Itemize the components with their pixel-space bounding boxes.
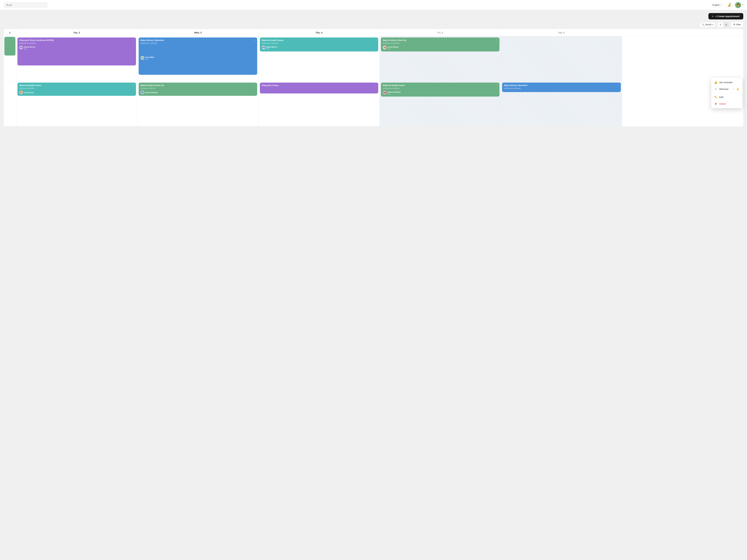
- search-input[interactable]: [4, 2, 47, 8]
- appointment-card-baby-delivery[interactable]: ⋮ Baby Delivery Operation 10:00 am to 10…: [139, 37, 257, 75]
- appointment-card-baby-position[interactable]: ⋮ Baby Position Check Up 10:00 am to 10.…: [381, 37, 499, 51]
- context-menu-edit[interactable]: ✏️ Edit: [711, 94, 742, 101]
- card-menu-icon[interactable]: ⋮: [375, 84, 377, 87]
- edit-label: Edit: [719, 96, 723, 99]
- avatar: FM: [140, 56, 144, 60]
- cal-cell-col3-row2: ⋮ Baby Position Check Up 2:00 pm to 3:30…: [137, 81, 259, 127]
- cal-cell-col3-row1: ⋮ Baby Delivery Operation 10:00 am to 10…: [137, 36, 259, 81]
- edit-icon: ✏️: [714, 96, 717, 99]
- patient-age: 32 y: [24, 48, 35, 50]
- context-menu-set-reminder[interactable]: 🔔 Set reminder: [711, 79, 742, 86]
- patient-age: 21 y: [387, 93, 401, 95]
- col-header-1: 1: [4, 29, 16, 36]
- list-icon: ☰: [720, 24, 721, 26]
- filter-button[interactable]: ⚗ Filter: [731, 22, 743, 27]
- patient-name: Floyd Miles: [145, 56, 155, 58]
- card-menu-icon[interactable]: ⋮: [132, 39, 135, 42]
- language-selector[interactable]: English ▾: [710, 3, 724, 7]
- card-title: Polycystic Ovary Syndrome (PCOS): [19, 39, 134, 42]
- card-title: Maternal Health Issues: [262, 39, 377, 42]
- card-menu-icon[interactable]: ⋮: [496, 84, 498, 87]
- card-menu-icon[interactable]: ⋮: [375, 39, 377, 42]
- notification-button[interactable]: 🔔: [726, 2, 732, 8]
- card-menu-icon[interactable]: ⋮: [254, 84, 256, 87]
- avatar: AM: [19, 46, 23, 50]
- card-menu-icon[interactable]: ⋮: [12, 38, 14, 41]
- month-label: Month: [705, 23, 712, 26]
- month-selector[interactable]: 🔍 Month ▾: [699, 22, 716, 27]
- user-avatar-button[interactable]: 👩 ▾: [735, 2, 743, 8]
- calendar-header: 1 Tue, 2 Wed, 3 Thu, 4 Fri, 5 Sat, 6: [4, 29, 743, 36]
- card-time: 2:00 pm to 3:30 Pm: [140, 87, 255, 89]
- col-header-fri5: Fri, 5: [380, 29, 501, 36]
- card-title: Baby Delivery Operation: [504, 84, 619, 87]
- main-content: + + Create Appointment 🔍 Month ▾ ☰ ⊞ ⚗: [0, 10, 747, 130]
- appointment-card-pcos[interactable]: ⋮ Polycystic Ovary Syndrome (PCOS) 10:30…: [18, 37, 136, 65]
- patient-age: 25 y: [266, 48, 277, 50]
- context-menu: 🔔 Set reminder ⤡ Minimise › 👆 ✏️ Edit 🗑 …: [711, 78, 742, 108]
- context-menu-minimise[interactable]: ⤡ Minimise › 👆: [711, 86, 742, 92]
- card-title: Maternal Health Issues: [19, 84, 134, 87]
- card-title: Baby Position Check Up: [383, 39, 497, 42]
- appointment-card-baby-del-sat[interactable]: ⋮ Baby Delivery Operation 10:00 am to 10…: [502, 83, 621, 92]
- patient-name: Kathryn Murphy: [387, 91, 401, 93]
- appointment-card-maternal-2pm[interactable]: ⋮ Maternal Health Issues 2:00 pm to 3:30…: [18, 83, 136, 96]
- language-label: English: [713, 4, 720, 6]
- patient-info: CF Cody Fisher: [19, 90, 134, 94]
- cal-cell-col1-row2: [4, 81, 16, 127]
- card-time: 10:30 am to 12.30 am: [19, 42, 134, 44]
- appointment-card-baby-pos-2pm[interactable]: ⋮ Baby Position Check Up 2:00 pm to 3:30…: [139, 83, 257, 96]
- patient-name: Cody Fisher: [24, 91, 34, 94]
- cal-cell-col5-row2: ⋮ Maternal Health Issues 10:00 am to 10.…: [380, 81, 501, 127]
- top-bar: English ▾ 🔔 👩 ▾: [0, 0, 747, 10]
- context-menu-delete[interactable]: 🗑 Delete: [711, 101, 742, 107]
- patient-name: Darrell Steward: [145, 91, 158, 94]
- card-time: 2:00 pm to 3:30 Pm: [19, 87, 134, 89]
- list-view-button[interactable]: ☰: [718, 22, 723, 27]
- grid-view-button[interactable]: ⊞: [723, 22, 729, 27]
- appointment-card-pcos-partial[interactable]: ⋮ Polycystic Ovary...: [260, 83, 379, 94]
- card-menu-icon[interactable]: ⋮: [254, 39, 256, 42]
- card-title: Baby Position Check Up: [140, 84, 255, 87]
- view-toggle: ☰ ⊞: [718, 22, 729, 27]
- chevron-down-icon: ▾: [713, 24, 713, 26]
- card-menu-icon[interactable]: ⋮: [617, 84, 620, 87]
- chevron-right-icon: ›: [733, 88, 734, 90]
- patient-info: FM Floyd Miles 29 y: [140, 56, 255, 60]
- calendar-row-1: ⋮ ... ⋮ Polycystic Ovary Syndrome (PCOS)…: [4, 36, 743, 81]
- col-header-tue2: Tue, 2: [16, 29, 137, 36]
- cal-cell-col5-row1: ⋮ Baby Position Check Up 10:00 am to 10.…: [380, 36, 501, 81]
- cal-cell-col2-row2: ⋮ Maternal Health Issues 2:00 pm to 3:30…: [16, 81, 137, 127]
- cal-cell-col1-row1: ⋮ ...: [4, 36, 16, 81]
- cal-cell-col4-row1: ⋮ Maternal Health Issues 10:00 am to 10.…: [259, 36, 380, 81]
- avatar: CF: [19, 90, 23, 94]
- patient-name: Jenny Wilson: [387, 46, 398, 48]
- card-time: 10:00 am to 10.30 am: [504, 87, 619, 89]
- avatar: DS: [140, 90, 144, 94]
- cal-cell-col6-row1: [501, 36, 622, 81]
- card-menu-icon[interactable]: ⋮: [496, 39, 498, 42]
- filter-icon: ⚗: [733, 23, 735, 26]
- cal-cell-col2-row1: ⋮ Polycystic Ovary Syndrome (PCOS) 10:30…: [16, 36, 137, 81]
- create-appointment-button[interactable]: + + Create Appointment: [709, 13, 743, 20]
- filter-label: Filter: [736, 23, 741, 26]
- patient-info: KM Kathryn Murphy 21 y: [383, 90, 497, 95]
- cursor-pointer: 👆: [736, 88, 739, 90]
- create-appointment-label: + Create Appointment: [715, 15, 740, 18]
- calendar-row-2: ⋮ Maternal Health Issues 2:00 pm to 3:30…: [4, 81, 743, 127]
- appointment-card-partial[interactable]: ⋮ ...: [4, 37, 16, 55]
- bell-icon: 🔔: [714, 81, 717, 84]
- chevron-down-icon: ▾: [742, 4, 743, 6]
- patient-info: AM Arlene McCoy 32 y: [19, 46, 134, 50]
- patient-name: Wade Warren: [266, 46, 277, 48]
- appointment-card-maternal-health[interactable]: ⋮ Maternal Health Issues 10:00 am to 10.…: [260, 37, 379, 51]
- card-menu-icon[interactable]: ⋮: [132, 84, 135, 87]
- patient-age: 29 y: [145, 58, 155, 60]
- appointment-card-maternal-fri[interactable]: ⋮ Maternal Health Issues 10:00 am to 10.…: [381, 83, 499, 97]
- grid-icon: ⊞: [725, 24, 727, 26]
- col-header-thu4: Thu, 4: [259, 29, 380, 36]
- cal-cell-col6-row2: ⋮ Baby Delivery Operation 10:00 am to 10…: [501, 81, 622, 127]
- delete-label: Delete: [719, 103, 726, 105]
- card-time: 10:00 am to 10.30 am: [383, 87, 497, 89]
- calendar-controls: 🔍 Month ▾ ☰ ⊞ ⚗ Filter: [4, 22, 743, 27]
